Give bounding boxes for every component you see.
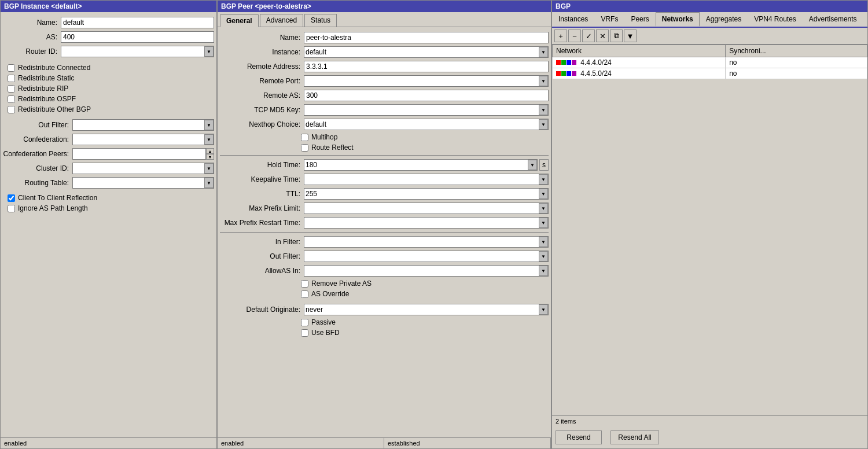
confederation-peers-input[interactable] xyxy=(72,148,206,160)
remote-port-select[interactable] xyxy=(304,75,549,87)
allowas-in-label: AllowAS In: xyxy=(220,267,304,275)
table-row[interactable]: 4.4.5.0/24 no xyxy=(553,68,867,79)
tab-peers[interactable]: Peers xyxy=(624,12,655,27)
default-originate-select[interactable]: never xyxy=(304,304,549,315)
spin-down[interactable]: ▼ xyxy=(206,154,214,160)
items-count: 2 items xyxy=(552,415,867,426)
confederation-select[interactable] xyxy=(72,134,214,145)
sq-blue-1 xyxy=(567,60,571,65)
ignore-as-path-label: Ignore AS Path Length xyxy=(18,204,88,212)
nexthop-choice-label: Nexthop Choice: xyxy=(220,120,304,128)
multihop-label: Multihop xyxy=(311,133,337,141)
remote-address-label: Remote Address: xyxy=(220,62,304,71)
out-filter-select[interactable] xyxy=(72,119,214,131)
max-prefix-restart-select[interactable] xyxy=(304,217,549,229)
cancel-button[interactable]: ✕ xyxy=(596,30,609,42)
tab-instances[interactable]: Instances xyxy=(552,12,594,27)
as-input[interactable] xyxy=(61,31,214,43)
peer-name-label: Name: xyxy=(220,34,304,42)
use-bfd-check[interactable] xyxy=(301,329,308,337)
right-panel: BGP Instances VRFs Peers Networks Aggreg… xyxy=(551,0,868,449)
ttl-label: TTL: xyxy=(220,190,304,198)
add-button[interactable]: + xyxy=(554,30,567,42)
in-filter-select[interactable] xyxy=(304,236,549,248)
allowas-in-select[interactable] xyxy=(304,265,549,277)
peer-name-input[interactable] xyxy=(304,32,549,43)
max-prefix-limit-select[interactable] xyxy=(304,203,549,214)
tab-vrfs[interactable]: VRFs xyxy=(594,12,624,27)
keepalive-select[interactable] xyxy=(304,174,549,185)
resend-button[interactable]: Resend xyxy=(556,430,602,444)
redistribute-static-label: Redistribute Static xyxy=(18,74,74,82)
router-id-select[interactable] xyxy=(61,46,214,57)
action-buttons: Resend Resend All xyxy=(552,426,867,448)
remove-private-as-check[interactable] xyxy=(301,280,308,288)
redistribute-other-bgp-check[interactable] xyxy=(8,106,15,113)
sq-green-1 xyxy=(561,60,566,65)
redistribute-connected-check[interactable] xyxy=(8,64,15,72)
remote-address-input[interactable] xyxy=(304,61,549,72)
default-originate-label: Default Originate: xyxy=(220,306,304,314)
resend-all-button[interactable]: Resend All xyxy=(610,430,659,444)
instance-label: Instance: xyxy=(220,48,304,56)
network-cell-1: 4.4.4.0/24 xyxy=(553,57,726,68)
tab-advertisements[interactable]: Advertisements xyxy=(803,12,863,27)
peer-out-filter-select[interactable] xyxy=(304,251,549,262)
middle-panel-title: BGP Peer <peer-to-alestra> xyxy=(218,1,551,12)
remote-as-input[interactable] xyxy=(304,90,549,101)
sq-red-2 xyxy=(556,71,561,76)
tcp-md5-label: TCP MD5 Key: xyxy=(220,106,304,114)
remove-button[interactable]: − xyxy=(568,30,581,42)
ttl-select[interactable]: 255 xyxy=(304,188,549,200)
col-network[interactable]: Network xyxy=(553,45,726,57)
left-status-bar: enabled xyxy=(1,437,216,448)
ignore-as-path-check[interactable] xyxy=(8,205,15,212)
col-sync[interactable]: Synchroni... xyxy=(726,45,867,57)
color-squares-1 xyxy=(556,60,576,65)
tcp-md5-select[interactable] xyxy=(304,104,549,116)
confirm-button[interactable]: ✓ xyxy=(582,30,595,42)
remote-port-label: Remote Port: xyxy=(220,77,304,85)
network-value-2: 4.4.5.0/24 xyxy=(580,69,611,78)
cluster-id-label: Cluster ID: xyxy=(3,164,72,172)
redistribute-static-check[interactable] xyxy=(8,75,15,82)
confederation-peers-label: Confederation Peers: xyxy=(3,150,72,158)
copy-button[interactable]: ⧉ xyxy=(610,30,623,42)
sync-cell-2: no xyxy=(726,68,867,79)
filter-button[interactable]: ▼ xyxy=(624,30,637,42)
tab-aggregates[interactable]: Aggregates xyxy=(700,12,748,27)
hold-time-unit: s xyxy=(539,159,549,171)
max-prefix-limit-label: Max Prefix Limit: xyxy=(220,204,304,212)
spin-up[interactable]: ▲ xyxy=(206,148,214,154)
tab-networks[interactable]: Networks xyxy=(656,12,700,27)
client-to-client-check[interactable] xyxy=(8,194,15,202)
nexthop-choice-select[interactable]: default xyxy=(304,119,549,130)
confederation-peers-spinners[interactable]: ▲ ▼ xyxy=(206,148,214,160)
route-reflect-check[interactable] xyxy=(301,144,308,152)
keepalive-label: Keepalive Time: xyxy=(220,175,304,183)
redistribute-rip-check[interactable] xyxy=(8,85,15,93)
routing-table-select[interactable] xyxy=(72,177,214,189)
instance-select[interactable]: default xyxy=(304,46,549,58)
redistribute-ospf-check[interactable] xyxy=(8,95,15,103)
table-row[interactable]: 4.4.4.0/24 no xyxy=(553,57,867,68)
right-toolbar: + − ✓ ✕ ⧉ ▼ xyxy=(552,28,867,45)
name-input[interactable] xyxy=(61,17,214,28)
in-filter-label: In Filter: xyxy=(220,238,304,246)
redistribute-other-bgp-label: Redistribute Other BGP xyxy=(18,105,91,113)
tab-vpn4-routes[interactable]: VPN4 Routes xyxy=(748,12,803,27)
tab-advanced[interactable]: Advanced xyxy=(260,14,303,27)
sq-blue-2 xyxy=(567,71,571,76)
multihop-check[interactable] xyxy=(301,134,308,141)
left-panel: BGP Instance <default> Name: AS: Router … xyxy=(0,0,217,449)
as-override-check[interactable] xyxy=(301,290,308,298)
redistribute-rip-label: Redistribute RIP xyxy=(18,84,68,93)
hold-time-select[interactable]: 180 xyxy=(304,159,538,171)
cluster-id-select[interactable] xyxy=(72,163,214,174)
tab-general[interactable]: General xyxy=(220,14,259,27)
right-tab-bar: Instances VRFs Peers Networks Aggregates… xyxy=(552,12,867,28)
passive-check[interactable] xyxy=(301,319,308,326)
tab-status[interactable]: Status xyxy=(304,14,337,27)
redistribute-connected-label: Redistribute Connected xyxy=(18,64,90,72)
router-id-label: Router ID: xyxy=(3,47,61,56)
